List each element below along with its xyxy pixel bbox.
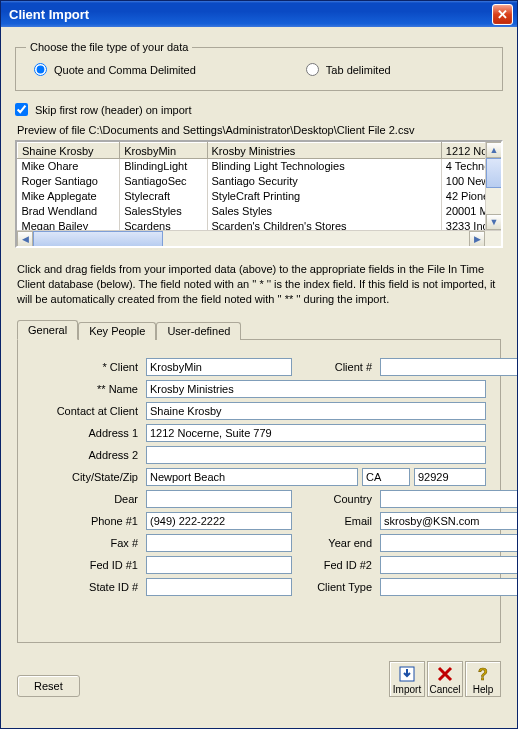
label-fax: Fax # — [32, 537, 142, 549]
radio-tab-input[interactable] — [306, 63, 319, 76]
titlebar: Client Import ✕ — [1, 1, 517, 27]
client-type-field[interactable] — [380, 578, 517, 596]
label-state-id: State ID # — [32, 581, 142, 593]
hscroll-thumb[interactable] — [33, 231, 163, 247]
yearend-field[interactable] — [380, 534, 517, 552]
window-title: Client Import — [9, 7, 492, 22]
preview-cell[interactable]: Brad Wendland — [18, 204, 120, 219]
help-label: Help — [473, 684, 494, 695]
scroll-left-icon[interactable]: ◀ — [17, 231, 33, 247]
preview-cell[interactable]: Mike Ohare — [18, 159, 120, 174]
address1-field[interactable] — [146, 424, 486, 442]
label-yearend: Year end — [296, 537, 376, 549]
scroll-right-icon[interactable]: ▶ — [469, 231, 485, 247]
preview-cell[interactable]: Santiago Security — [207, 174, 441, 189]
import-button[interactable]: Import — [389, 661, 425, 697]
preview-cell[interactable]: StyleCraft Printing — [207, 189, 441, 204]
radio-quote-comma[interactable]: Quote and Comma Delimited — [34, 63, 196, 76]
label-client: * Client — [32, 361, 142, 373]
preview-cell[interactable]: Stylecraft — [120, 189, 207, 204]
horizontal-scrollbar[interactable]: ◀ ▶ — [17, 230, 501, 246]
skip-header-label: Skip first row (header) on import — [35, 104, 192, 116]
tab-page-general: * Client Client # ** Name Contact at Cli… — [17, 339, 501, 643]
preview-cell[interactable]: BlindingLight — [120, 159, 207, 174]
state-field[interactable] — [362, 468, 410, 486]
radio-quote-comma-input[interactable] — [34, 63, 47, 76]
client-field[interactable] — [146, 358, 292, 376]
label-country: Country — [296, 493, 376, 505]
address2-field[interactable] — [146, 446, 486, 464]
name-field[interactable] — [146, 380, 486, 398]
fed1-field[interactable] — [146, 556, 292, 574]
vertical-scrollbar[interactable]: ▲ ▼ — [485, 142, 501, 230]
import-label: Import — [393, 684, 421, 695]
preview-cell[interactable]: SalesStyles — [120, 204, 207, 219]
country-field[interactable] — [380, 490, 517, 508]
zip-field[interactable] — [414, 468, 486, 486]
cancel-label: Cancel — [429, 684, 460, 695]
cancel-button[interactable]: Cancel — [427, 661, 463, 697]
label-phone1: Phone #1 — [32, 515, 142, 527]
label-contact: Contact at Client — [32, 405, 142, 417]
scroll-down-icon[interactable]: ▼ — [486, 214, 502, 230]
contact-field[interactable] — [146, 402, 486, 420]
radio-tab[interactable]: Tab delimited — [306, 63, 391, 76]
vscroll-thumb[interactable] — [486, 158, 502, 188]
help-button[interactable]: ? Help — [465, 661, 501, 697]
label-dear: Dear — [32, 493, 142, 505]
table-row[interactable]: Brad WendlandSalesStylesSales Styles2000… — [18, 204, 504, 219]
radio-tab-label: Tab delimited — [326, 64, 391, 76]
tab-key-people[interactable]: Key People — [78, 322, 156, 340]
table-row[interactable]: Roger SantiagoSantiagoSecSantiago Securi… — [18, 174, 504, 189]
state-id-field[interactable] — [146, 578, 292, 596]
svg-text:?: ? — [478, 666, 488, 683]
reset-button[interactable]: Reset — [17, 675, 80, 697]
help-icon: ? — [472, 664, 494, 684]
email-field[interactable] — [380, 512, 517, 530]
phone1-field[interactable] — [146, 512, 292, 530]
close-icon: ✕ — [497, 7, 508, 22]
filetype-group: Choose the file type of your data Quote … — [15, 41, 503, 91]
fed2-field[interactable] — [380, 556, 517, 574]
preview-cell[interactable]: Sales Styles — [207, 204, 441, 219]
filetype-legend: Choose the file type of your data — [26, 41, 192, 53]
preview-header[interactable]: Krosby Ministries — [207, 143, 441, 159]
dear-field[interactable] — [146, 490, 292, 508]
table-row[interactable]: Mike ApplegateStylecraftStyleCraft Print… — [18, 189, 504, 204]
preview-header[interactable]: KrosbyMin — [120, 143, 207, 159]
radio-quote-comma-label: Quote and Comma Delimited — [54, 64, 196, 76]
tab-general[interactable]: General — [17, 320, 78, 340]
label-csz: City/State/Zip — [32, 471, 142, 483]
preview-cell[interactable]: Mike Applegate — [18, 189, 120, 204]
preview-header[interactable]: Shaine Krosby — [18, 143, 120, 159]
instructions-text: Click and drag fields from your imported… — [17, 262, 501, 307]
label-client-type: Client Type — [296, 581, 376, 593]
preview-cell[interactable]: SantiagoSec — [120, 174, 207, 189]
fax-field[interactable] — [146, 534, 292, 552]
label-addr1: Address 1 — [32, 427, 142, 439]
close-button[interactable]: ✕ — [492, 4, 513, 25]
label-client-no: Client # — [296, 361, 376, 373]
label-email: Email — [296, 515, 376, 527]
label-fed1: Fed ID #1 — [32, 559, 142, 571]
preview-cell[interactable]: Blinding Light Technologies — [207, 159, 441, 174]
label-addr2: Address 2 — [32, 449, 142, 461]
skip-header-checkbox[interactable]: Skip first row (header) on import — [15, 103, 503, 116]
preview-cell[interactable]: Roger Santiago — [18, 174, 120, 189]
preview-grid[interactable]: Shaine KrosbyKrosbyMinKrosby Ministries1… — [15, 140, 503, 248]
skip-header-input[interactable] — [15, 103, 28, 116]
preview-path-label: Preview of file C:\Documents and Setting… — [17, 124, 503, 136]
table-row[interactable]: Mike OhareBlindingLightBlinding Light Te… — [18, 159, 504, 174]
client-no-field[interactable] — [380, 358, 517, 376]
cancel-icon — [434, 664, 456, 684]
scroll-up-icon[interactable]: ▲ — [486, 142, 502, 158]
tab-strip: General Key People User-defined — [17, 320, 501, 340]
label-name: ** Name — [32, 383, 142, 395]
city-field[interactable] — [146, 468, 358, 486]
import-icon — [396, 664, 418, 684]
tab-user-defined[interactable]: User-defined — [156, 322, 241, 340]
label-fed2: Fed ID #2 — [296, 559, 376, 571]
